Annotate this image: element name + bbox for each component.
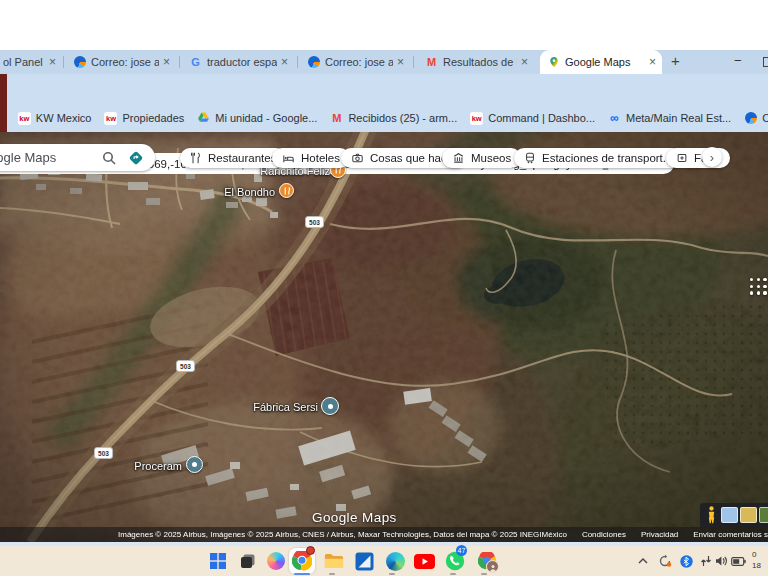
tab-close-icon[interactable]: × <box>49 55 56 69</box>
poi-label-el-bondho[interactable]: El Bondho <box>185 186 275 198</box>
mail-favicon <box>307 56 320 69</box>
chip-restaurantes[interactable]: Restaurantes <box>180 148 286 168</box>
poi-label-proceram[interactable]: Proceram <box>100 460 182 472</box>
youtube-icon[interactable] <box>412 549 436 573</box>
pegman-icon[interactable] <box>707 506 716 524</box>
clock-time: 0 <box>752 549 768 560</box>
restaurant-pin-icon[interactable] <box>279 183 294 198</box>
chip-estaciones-transporte[interactable]: Estaciones de transport... <box>514 148 682 168</box>
tab-control-panel[interactable]: ol Panel × <box>0 50 62 74</box>
pharmacy-icon <box>676 152 688 164</box>
chip-label: Hoteles <box>301 152 340 164</box>
copilot-icon[interactable] <box>264 549 288 573</box>
place-pin-icon[interactable] <box>186 456 203 473</box>
browser-toolbar: oogle.com/maps/@23.3227369,-106.4585155,… <box>0 74 768 104</box>
background-window-edge <box>0 74 7 132</box>
meta-icon: ∞ <box>608 112 621 125</box>
tab-title: Correo: jose armand <box>91 56 159 68</box>
window-minimize-button[interactable]: − <box>734 53 742 68</box>
new-tab-button[interactable]: + <box>671 52 680 69</box>
bluetooth-icon[interactable] <box>678 549 694 573</box>
tab-title: traductor español i <box>207 56 277 68</box>
google-drive-icon <box>197 112 210 125</box>
tab-close-icon[interactable]: × <box>521 55 528 69</box>
clock-date: 18 <box>752 560 768 571</box>
bookmark-label: Command | Dashbo... <box>488 112 595 124</box>
tab-resultados[interactable]: M Resultados de búsq × <box>418 50 534 74</box>
directions-icon[interactable] <box>128 150 144 166</box>
browser-tabstrip: ol Panel × Correo: jose armand × G tradu… <box>0 50 768 74</box>
google-apps-grid-icon[interactable] <box>750 278 768 296</box>
tab-correo-2[interactable]: Correo: jose armand × <box>300 50 410 74</box>
chip-hoteles[interactable]: Hoteles <box>272 148 350 168</box>
hotel-icon <box>282 152 295 164</box>
bookmark-propiedades[interactable]: kw Propiedades <box>104 112 184 125</box>
taskbar-indicator <box>481 573 487 576</box>
layer-thumbnail[interactable] <box>740 507 757 523</box>
tab-close-icon[interactable]: × <box>281 55 288 69</box>
pinned-blue-app-icon[interactable] <box>352 549 376 573</box>
bookmark-label: Recibidos (25) - arm... <box>348 112 457 124</box>
bookmark-label: Meta/Main Real Est... <box>626 112 731 124</box>
taskbar-indicator <box>329 573 335 576</box>
bookmark-kw-mexico[interactable]: kw KW Mexico <box>18 112 92 125</box>
tab-divider <box>297 56 298 68</box>
layer-thumbnail[interactable] <box>721 507 738 523</box>
transit-icon <box>524 152 536 164</box>
gmail-icon: M <box>330 112 343 125</box>
tab-close-icon[interactable]: × <box>163 55 170 69</box>
poi-label-fabrica-sersi[interactable]: Fábrica Sersi <box>228 401 318 413</box>
road-shield-503: 503 <box>176 360 195 372</box>
chips-scroll-right-button[interactable]: › <box>702 147 722 167</box>
search-icon[interactable] <box>102 151 116 165</box>
sync-icon[interactable] <box>656 549 674 573</box>
link-enviar-comentarios[interactable]: Enviar comentarios sobre el producto <box>693 530 768 539</box>
tab-google-maps-active[interactable]: Google Maps × <box>540 50 662 74</box>
bookmark-drive[interactable]: Mi unidad - Google... <box>197 112 317 125</box>
attribution-text: Imágenes © 2025 Airbus, Imágenes © 2025 … <box>118 530 542 539</box>
link-condiciones[interactable]: Condiciones <box>582 530 626 539</box>
chip-label: Estaciones de transport... <box>542 152 672 164</box>
task-view-button[interactable] <box>236 549 260 573</box>
museum-icon <box>452 152 465 164</box>
tab-correo-1[interactable]: Correo: jose armand × <box>66 50 176 74</box>
chip-label: Museos <box>471 152 511 164</box>
tab-title: Correo: jose armand <box>325 56 393 68</box>
screenshot-root: ol Panel × Correo: jose armand × G tradu… <box>0 0 768 576</box>
tab-divider <box>413 56 414 68</box>
chrome-profile-icon[interactable] <box>475 549 499 573</box>
file-explorer-icon[interactable] <box>322 549 346 573</box>
tab-title: ol Panel <box>3 56 45 68</box>
road-shield-503: 503 <box>305 216 324 228</box>
bookmark-command[interactable]: kw Command | Dashbo... <box>470 112 595 125</box>
taskbar-clock[interactable]: 0 18 <box>752 549 768 571</box>
tab-close-icon[interactable]: × <box>397 55 404 69</box>
gmail-favicon: M <box>425 56 438 69</box>
place-pin-icon[interactable] <box>321 397 339 415</box>
tab-close-icon[interactable]: × <box>649 55 656 69</box>
maps-search-value[interactable]: Google Maps <box>0 150 102 165</box>
chip-museos[interactable]: Museos <box>442 148 521 168</box>
maps-search-box[interactable]: Google Maps <box>0 144 155 171</box>
tab-divider <box>179 56 180 68</box>
tray-show-hidden-icons[interactable] <box>635 549 651 573</box>
start-button[interactable] <box>206 549 230 573</box>
layer-thumbnail[interactable] <box>759 507 768 523</box>
tab-title: Resultados de búsq <box>443 56 517 68</box>
battery-icon[interactable] <box>729 549 747 573</box>
restaurant-icon <box>190 152 202 164</box>
edge-icon[interactable] <box>383 549 407 573</box>
kw-logo-icon: kw <box>18 112 31 125</box>
bookmark-correo[interactable]: Correo - armandogt... <box>744 112 768 125</box>
bookmark-recibidos[interactable]: M Recibidos (25) - arm... <box>330 112 457 125</box>
link-privacidad[interactable]: Privacidad <box>641 530 678 539</box>
whatsapp-badge: 47 <box>456 545 467 556</box>
network-icon[interactable] <box>698 549 714 573</box>
window-maximize-button[interactable] <box>763 57 768 67</box>
volume-icon[interactable] <box>713 549 730 573</box>
link-mexico[interactable]: México <box>542 530 567 539</box>
tab-traductor[interactable]: G traductor español i × <box>182 50 294 74</box>
satellite-map[interactable] <box>0 132 768 542</box>
tab-divider <box>63 56 64 68</box>
bookmark-meta[interactable]: ∞ Meta/Main Real Est... <box>608 112 731 125</box>
